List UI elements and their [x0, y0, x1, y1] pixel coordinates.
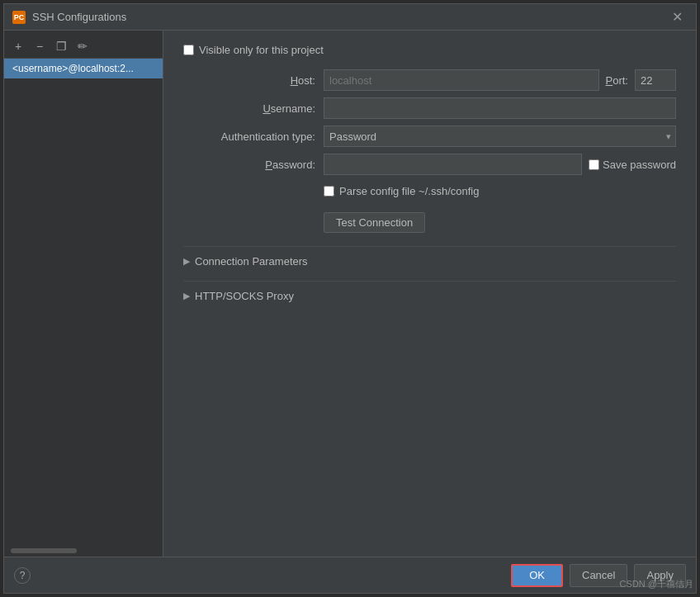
app-icon: PC [12, 11, 26, 24]
parse-config-checkbox[interactable] [324, 186, 334, 197]
bottom-left: ? [14, 567, 31, 584]
watermark: CSDN @千禧佶月 [620, 578, 693, 590]
sidebar-item-ssh[interactable]: <username>@localhost:2... [4, 59, 163, 78]
http-proxy-section: ▶ HTTP/SOCKS Proxy [183, 281, 676, 302]
password-row: Save password [324, 154, 676, 175]
ok-button[interactable]: OK [511, 564, 563, 587]
edit-button[interactable]: ✏ [73, 37, 92, 55]
password-input[interactable] [324, 154, 582, 175]
port-input[interactable]: 22 [635, 69, 676, 91]
visible-only-checkbox[interactable] [183, 45, 194, 55]
visible-only-row: Visible only for this project [183, 44, 676, 56]
connection-params-chevron-icon: ▶ [183, 256, 190, 267]
parse-config-row: Parse config file ~/.ssh/config [324, 185, 676, 197]
copy-button[interactable]: ❐ [52, 37, 70, 55]
ssh-configurations-dialog: PC SSH Configurations ✕ + − ❐ ✏ <usernam… [3, 3, 697, 594]
host-input-wrap [324, 69, 599, 91]
http-proxy-header[interactable]: ▶ HTTP/SOCKS Proxy [183, 290, 676, 302]
host-input[interactable] [324, 69, 599, 91]
http-proxy-label: HTTP/SOCKS Proxy [195, 290, 294, 302]
save-password-wrap: Save password [589, 159, 676, 171]
dialog-content: + − ❐ ✏ <username>@localhost:2... Visibl… [4, 31, 696, 557]
sidebar: + − ❐ ✏ <username>@localhost:2... [4, 31, 163, 557]
close-button[interactable]: ✕ [667, 7, 688, 26]
form-grid: Host: Port: 22 Username: Authenticatio [183, 69, 676, 233]
host-port-row: Port: 22 [324, 69, 676, 91]
host-label: Host: [183, 74, 315, 87]
sidebar-scrollbar [11, 548, 77, 553]
username-input[interactable] [324, 97, 676, 119]
auth-type-select[interactable]: Password Key pair OpenSSH config and aut… [324, 126, 676, 147]
sidebar-toolbar: + − ❐ ✏ [4, 34, 163, 59]
main-panel: Visible only for this project Host: Port… [163, 31, 696, 557]
username-input-wrap [324, 97, 676, 119]
connection-params-section: ▶ Connection Parameters [183, 246, 676, 268]
title-bar: PC SSH Configurations ✕ [4, 4, 696, 31]
auth-type-label: Authentication type: [183, 130, 315, 143]
help-button[interactable]: ? [14, 567, 31, 584]
save-password-label[interactable]: Save password [603, 159, 676, 171]
title-bar-left: PC SSH Configurations [12, 11, 126, 24]
add-button[interactable]: + [9, 37, 27, 55]
dialog-title: SSH Configurations [32, 11, 126, 23]
save-password-checkbox[interactable] [589, 159, 599, 170]
connection-params-header[interactable]: ▶ Connection Parameters [183, 255, 676, 268]
auth-type-select-wrap: Password Key pair OpenSSH config and aut… [324, 126, 676, 147]
port-input-wrap: 22 [635, 69, 676, 91]
http-proxy-chevron-icon: ▶ [183, 291, 190, 301]
password-label: Password: [183, 159, 315, 171]
username-label: Username: [183, 102, 315, 115]
parse-config-label[interactable]: Parse config file ~/.ssh/config [339, 185, 479, 197]
visible-only-label[interactable]: Visible only for this project [199, 44, 324, 56]
test-connection-button[interactable]: Test Connection [324, 212, 425, 233]
remove-button[interactable]: − [31, 37, 49, 55]
test-conn-wrap: Test Connection [324, 204, 676, 233]
bottom-bar: ? OK Cancel Apply [4, 557, 696, 593]
port-label: Port: [606, 74, 628, 87]
connection-params-label: Connection Parameters [195, 255, 308, 268]
